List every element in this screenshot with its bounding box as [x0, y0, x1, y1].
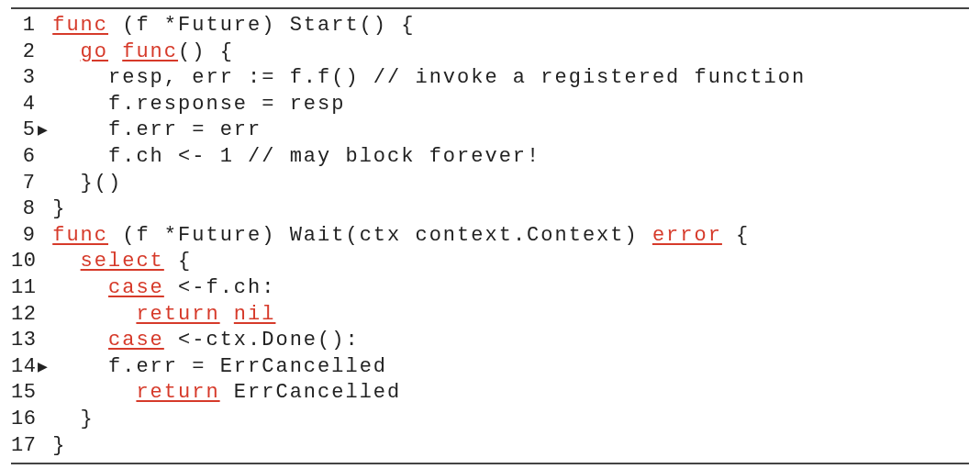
keyword-select: select [81, 250, 164, 273]
code-text: resp, err := f.f() // invoke a registere… [52, 65, 806, 92]
line-number: 11 [11, 275, 35, 302]
keyword-case: case [108, 276, 164, 299]
gutter-marker [38, 305, 52, 326]
code-text: go func() { [52, 39, 234, 66]
keyword-return: return [136, 381, 219, 404]
gutter-marker [38, 199, 52, 220]
code-line: 5 ▶ f.err = err [11, 117, 969, 144]
code-text: f.err = err [52, 117, 262, 144]
line-number: 13 [11, 328, 35, 354]
gutter-marker [38, 42, 52, 63]
code-line: 1 func (f *Future) Start() { [11, 13, 969, 39]
keyword-func: func [52, 224, 108, 247]
gutter-marker [38, 251, 52, 273]
keyword-func: func [52, 14, 108, 37]
gutter-marker [38, 278, 52, 299]
line-number: 17 [11, 433, 35, 460]
keyword-case: case [108, 329, 164, 352]
gutter-marker: ▶ [38, 357, 52, 378]
gutter-marker [38, 16, 52, 37]
code-text: } [52, 196, 66, 223]
line-number: 1 [11, 13, 35, 39]
line-number: 2 [11, 39, 35, 66]
code-text: f.err = ErrCancelled [52, 354, 387, 381]
code-text: case <-f.ch: [52, 275, 275, 302]
code-line: 17 } [11, 433, 969, 460]
gutter-marker [38, 409, 52, 430]
code-line: 8 } [11, 196, 969, 223]
gutter-marker [38, 95, 52, 116]
code-line: 11 case <-f.ch: [11, 275, 969, 302]
code-line: 12 return nil [11, 302, 969, 329]
code-text: } [52, 433, 66, 460]
code-text: return ErrCancelled [52, 380, 401, 407]
line-number: 12 [11, 302, 35, 329]
code-text: select { [52, 249, 192, 275]
line-number: 15 [11, 380, 35, 407]
code-line: 9 func (f *Future) Wait(ctx context.Cont… [11, 223, 969, 250]
line-number: 3 [11, 65, 35, 92]
gutter-marker [38, 173, 52, 195]
line-number: 4 [11, 92, 35, 118]
code-line: 3 resp, err := f.f() // invoke a registe… [11, 65, 969, 92]
gutter-marker [38, 330, 52, 352]
keyword-go: go [81, 40, 108, 63]
code-line: 16 } [11, 407, 969, 433]
code-line: 6 f.ch <- 1 // may block forever! [11, 144, 969, 171]
code-line: 4 f.response = resp [11, 92, 969, 118]
line-number: 14 [11, 354, 35, 381]
code-text: func (f *Future) Start() { [52, 13, 415, 39]
code-line: 13 case <-ctx.Done(): [11, 328, 969, 354]
code-line: 7 }() [11, 171, 969, 197]
line-number: 10 [11, 249, 35, 275]
gutter-marker [38, 383, 52, 404]
keyword-return: return [136, 303, 219, 326]
code-text: return nil [52, 302, 275, 329]
line-number: 16 [11, 407, 35, 433]
keyword-error: error [652, 224, 722, 247]
code-text: case <-ctx.Done(): [52, 328, 359, 354]
line-number: 9 [11, 223, 35, 250]
gutter-marker [38, 226, 52, 247]
code-text: f.response = resp [52, 92, 345, 118]
gutter-marker [38, 68, 52, 89]
line-number: 8 [11, 196, 35, 223]
code-text: f.ch <- 1 // may block forever! [52, 144, 540, 171]
code-text: } [52, 407, 95, 433]
code-listing: 1 func (f *Future) Start() { 2 go func()… [11, 7, 969, 464]
line-number: 7 [11, 171, 35, 197]
code-text: }() [52, 171, 122, 197]
line-number: 5 [11, 117, 35, 144]
code-line: 10 select { [11, 249, 969, 275]
gutter-marker: ▶ [38, 120, 52, 141]
code-line: 15 return ErrCancelled [11, 380, 969, 407]
code-line: 2 go func() { [11, 39, 969, 66]
line-number: 6 [11, 144, 35, 171]
code-text: func (f *Future) Wait(ctx context.Contex… [52, 223, 750, 250]
keyword-func: func [122, 40, 178, 63]
code-line: 14 ▶ f.err = ErrCancelled [11, 354, 969, 381]
keyword-nil: nil [234, 303, 276, 326]
gutter-marker [38, 147, 52, 168]
gutter-marker [38, 436, 52, 457]
